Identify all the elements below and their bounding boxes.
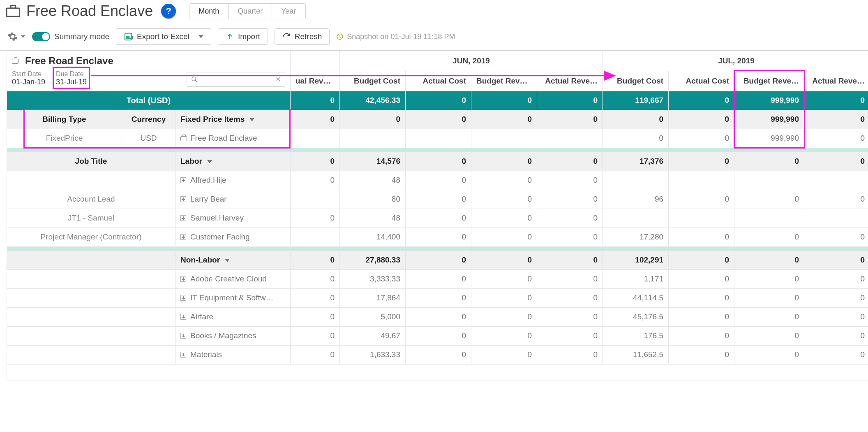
nonlabor-row[interactable]: Materials01,633.3300011,652.5000 (7, 345, 868, 364)
col-prev[interactable]: ual Reve… (291, 71, 340, 91)
chevron-down-icon (199, 35, 203, 38)
chevron-down-icon[interactable] (249, 118, 254, 121)
svg-rect-1 (11, 5, 16, 8)
help-button[interactable]: ? (161, 4, 176, 19)
period-jul[interactable]: JUL, 2019 (603, 51, 868, 71)
expand-icon[interactable] (180, 177, 186, 183)
summary-toggle[interactable]: Summary mode (32, 32, 109, 41)
summary-label: Summary mode (54, 32, 109, 41)
labor-header: Job Title Labor 0 14,5760 00 17,3760 00 (7, 152, 868, 171)
period-year[interactable]: Year (272, 4, 305, 19)
labor-row[interactable]: JT1 - SamuelSamuel.Harvey048000 (7, 209, 868, 228)
expand-icon[interactable] (180, 333, 186, 339)
nonlabor-header: Non-Labor 0 27,880.330 00 102,2910 00 (7, 251, 868, 269)
svg-text:XLS: XLS (126, 35, 133, 39)
col-jun-budget-rev[interactable]: Budget Reve… (471, 71, 537, 91)
refresh-label: Refresh (295, 32, 322, 41)
labor-row[interactable]: Account LeadLarry Bear8000096000 (7, 190, 868, 209)
period-jun[interactable]: JUN, 2019 (340, 51, 603, 71)
expand-icon[interactable] (180, 234, 186, 240)
svg-rect-0 (7, 8, 20, 16)
col-jun-actual-rev[interactable]: Actual Reve… (537, 71, 603, 91)
svg-point-5 (192, 77, 196, 81)
fixed-price-header: Billing Type Currency Fixed Price Items … (7, 110, 868, 129)
search-icon (191, 76, 198, 83)
export-label: Export to Excel (137, 32, 189, 41)
export-excel-button[interactable]: XLS Export to Excel (116, 28, 211, 45)
search-input[interactable]: × (187, 72, 285, 87)
col-jul-budget-cost[interactable]: Budget Cost (603, 71, 669, 91)
expand-icon[interactable] (180, 314, 186, 320)
col-jun-actual-cost[interactable]: Actual Cost (406, 71, 471, 91)
nonlabor-row[interactable]: Adobe Creative Cloud03,333.330001,171000 (7, 269, 868, 288)
period-month[interactable]: Month (189, 4, 228, 19)
title-bar: Free Road Enclave ? Month Quarter Year (0, 0, 868, 24)
nonlabor-row[interactable]: IT Equipment & Softw…017,86400044,114.50… (7, 288, 868, 307)
toggle-switch-icon (32, 32, 50, 41)
toolbar: Summary mode XLS Export to Excel Import … (0, 24, 868, 51)
nonlabor-row[interactable]: Airfare05,00000045,176.5000 (7, 307, 868, 326)
expand-icon[interactable] (180, 215, 186, 221)
expand-icon[interactable] (180, 295, 186, 301)
total-row: Total (USD) 0 42,456.330 00 119,6670 999… (7, 91, 868, 110)
briefcase-icon (180, 136, 187, 141)
briefcase-icon (12, 59, 18, 64)
budget-grid: Free Road Enclave Start Date 01-Jan-19 D… (7, 51, 868, 381)
period-quarter[interactable]: Quarter (228, 4, 272, 19)
labor-row[interactable]: Project Manager (Contractor)Customer Fac… (7, 228, 868, 246)
labor-row[interactable]: Alfred.Hije048000 (7, 171, 868, 190)
briefcase-icon (6, 4, 21, 19)
snapshot-info: Snapshot on 01-Jul-19 11:18 PM (336, 33, 455, 41)
expand-icon[interactable] (180, 276, 186, 282)
col-prev-partial (291, 51, 340, 71)
import-button[interactable]: Import (218, 28, 268, 45)
project-name: Free Road Enclave (12, 55, 285, 67)
refresh-button[interactable]: Refresh (275, 28, 330, 45)
col-jul-actual-rev[interactable]: Actual Reve… (804, 71, 868, 91)
chevron-down-icon[interactable] (207, 160, 212, 163)
col-jul-budget-rev[interactable]: Budget Reve… (734, 71, 804, 91)
import-label: Import (238, 32, 260, 41)
chevron-down-icon[interactable] (225, 259, 230, 262)
fixed-price-row[interactable]: FixedPrice USD Free Road Enclave 00 999,… (7, 129, 868, 148)
clear-icon[interactable]: × (276, 74, 281, 84)
page-title: Free Road Enclave (26, 2, 153, 20)
start-date: Start Date 01-Jan-19 (12, 70, 45, 87)
due-date: Due Date 31-Jul-19 (56, 70, 87, 87)
col-jul-actual-cost[interactable]: Actual Cost (669, 71, 734, 91)
expand-icon[interactable] (180, 352, 186, 358)
settings-menu[interactable] (7, 31, 25, 42)
col-jun-budget-cost[interactable]: Budget Cost (340, 71, 406, 91)
nonlabor-row[interactable]: Books / Magazines049.67000176.5000 (7, 326, 868, 345)
expand-icon[interactable] (180, 196, 186, 202)
period-toggle: Month Quarter Year (189, 3, 305, 19)
